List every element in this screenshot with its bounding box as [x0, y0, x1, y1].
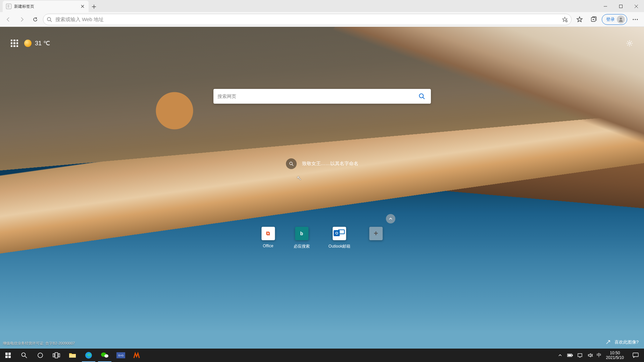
ntp-search-submit-icon[interactable] [417, 91, 427, 101]
svg-point-9 [419, 94, 423, 98]
tile-label: Office [263, 244, 273, 248]
svg-rect-17 [53, 354, 54, 357]
system-tray: 中 10:50 2021/5/10 [556, 349, 644, 362]
ntp-search-box[interactable] [213, 89, 431, 104]
svg-point-7 [637, 19, 638, 20]
tile-label [376, 244, 377, 248]
search-icon [286, 158, 297, 169]
license-text: 增值电信业务经营许可证: 合字B2-20090007 [3, 341, 75, 346]
background-image [0, 27, 644, 349]
windows-taskbar: S>G 中 10:50 2021/5/10 [0, 349, 644, 362]
svg-rect-20 [69, 354, 76, 358]
sign-in-button[interactable]: 登录 [602, 14, 627, 25]
collapse-tiles-button[interactable] [386, 214, 395, 223]
expand-icon [606, 340, 610, 345]
browser-toolbar: 登录 [0, 12, 644, 27]
svg-rect-30 [633, 353, 638, 357]
svg-rect-27 [572, 355, 573, 356]
window-close-button[interactable] [629, 1, 644, 12]
svg-point-4 [620, 17, 622, 19]
nav-refresh-button[interactable] [30, 14, 41, 25]
new-tab-page: 31 ℃ 致敬女王……以其名字命名 ↖ ⧉ Office b 必应搜索 [0, 27, 644, 349]
taskbar-app-snip[interactable]: S>G [113, 349, 129, 362]
nav-back-button[interactable] [3, 14, 14, 25]
svg-point-23 [104, 354, 108, 358]
avatar-icon [617, 15, 625, 23]
search-icon [47, 17, 52, 22]
outlook-icon: O [333, 227, 346, 240]
add-favorite-icon[interactable] [562, 16, 568, 22]
image-caption-link[interactable]: 致敬女王……以其名字命名 [286, 158, 358, 169]
office-icon: ⧉ [261, 227, 275, 240]
favorites-button[interactable] [574, 13, 586, 25]
tile-office[interactable]: ⧉ Office [261, 227, 275, 249]
collections-button[interactable] [588, 13, 600, 25]
cortana-button[interactable] [32, 349, 48, 362]
tray-overflow-button[interactable] [556, 354, 564, 357]
taskbar-app-wps[interactable] [129, 349, 145, 362]
address-input[interactable] [55, 16, 558, 22]
tile-outlook[interactable]: O Outlook邮箱 [329, 227, 350, 249]
more-menu-button[interactable] [629, 13, 641, 25]
action-center-button[interactable] [629, 349, 643, 362]
tile-label: 必应搜索 [294, 244, 310, 249]
svg-rect-0 [620, 5, 623, 8]
nav-forward-button[interactable] [16, 14, 28, 25]
svg-rect-19 [58, 354, 60, 357]
app-launcher-button[interactable] [11, 40, 18, 47]
tile-add[interactable]: + [369, 227, 383, 249]
browser-tab[interactable]: 新建标签页 [3, 1, 89, 12]
titlebar: 新建标签页 [0, 0, 644, 12]
svg-point-5 [633, 19, 634, 20]
svg-point-10 [290, 162, 292, 165]
svg-point-6 [635, 19, 636, 20]
tab-title: 新建标签页 [14, 4, 77, 9]
image-caption-text: 致敬女王……以其名字命名 [302, 161, 358, 167]
tile-bing[interactable]: b 必应搜索 [294, 227, 310, 249]
bing-icon: b [295, 227, 308, 240]
taskbar-clock[interactable]: 10:50 2021/5/10 [604, 351, 626, 360]
weather-widget[interactable]: 31 ℃ [24, 40, 50, 47]
taskbar-app-file-explorer[interactable] [64, 349, 81, 362]
taskbar-app-edge[interactable] [81, 349, 97, 362]
svg-rect-12 [8, 353, 11, 355]
start-button[interactable] [0, 349, 16, 362]
new-tab-button[interactable] [89, 1, 99, 12]
battery-icon[interactable] [566, 353, 574, 357]
taskbar-app-wechat[interactable] [97, 349, 113, 362]
svg-rect-29 [578, 354, 582, 357]
address-bar[interactable] [43, 14, 572, 25]
volume-icon[interactable] [587, 353, 594, 358]
clock-date: 2021/5/10 [606, 355, 624, 360]
task-view-button[interactable] [48, 349, 64, 362]
tab-favicon [6, 4, 11, 9]
window-maximize-button[interactable] [613, 1, 629, 12]
quick-links: ⧉ Office b 必应搜索 O Outlook邮箱 + [261, 227, 383, 249]
weather-temperature: 31 ℃ [35, 40, 50, 47]
like-image-link[interactable]: 喜欢此图像? [606, 339, 639, 345]
taskbar-search-button[interactable] [16, 349, 32, 362]
window-minimize-button[interactable] [598, 1, 613, 12]
weather-sun-icon [24, 40, 32, 47]
svg-point-16 [38, 353, 43, 358]
svg-rect-11 [5, 353, 8, 355]
page-settings-button[interactable] [626, 40, 633, 47]
svg-point-1 [47, 17, 51, 21]
plus-icon: + [369, 227, 383, 240]
svg-rect-28 [568, 355, 571, 356]
svg-point-8 [629, 42, 631, 44]
tile-label: Outlook邮箱 [329, 244, 350, 249]
svg-rect-14 [8, 356, 11, 358]
tab-close-button[interactable] [80, 4, 85, 9]
clock-time: 10:50 [606, 351, 624, 355]
svg-text:S>G: S>G [118, 354, 123, 357]
svg-rect-13 [5, 356, 8, 358]
sign-in-label: 登录 [606, 16, 615, 22]
svg-point-15 [22, 353, 26, 357]
ntp-search-input[interactable] [217, 94, 417, 99]
ime-indicator[interactable]: 中 [597, 352, 601, 358]
network-icon[interactable] [577, 353, 584, 358]
like-image-label: 喜欢此图像? [614, 339, 639, 345]
svg-rect-18 [55, 353, 58, 358]
